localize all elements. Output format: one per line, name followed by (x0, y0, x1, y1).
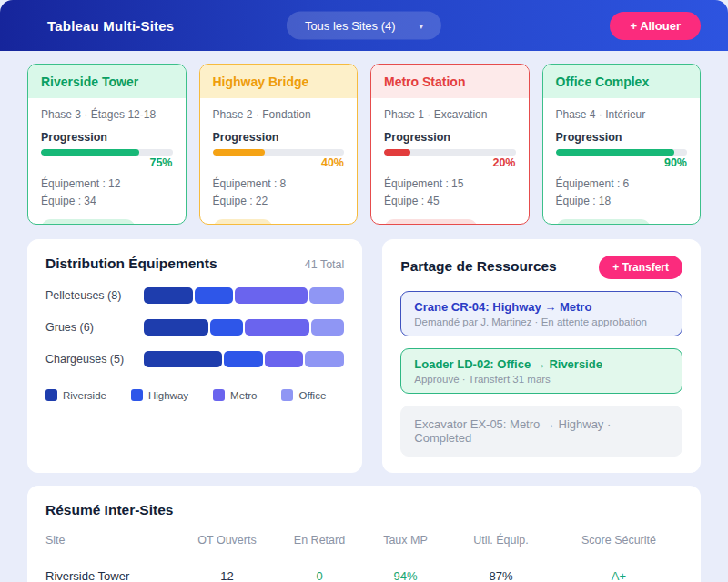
site-name: Metro Station (384, 75, 516, 89)
site-cards-row: Riverside Tower Phase 3 · Étages 12-18 P… (27, 64, 701, 225)
progress-label: Progression (41, 131, 173, 144)
site-meta: Équipement : 6 Équipe : 18 (556, 176, 688, 209)
distribution-row-label: Grues (6) (46, 321, 144, 334)
equipment-count: Équipement : 6 (556, 176, 688, 193)
resource-transfer-crane[interactable]: Crane CR-04: Highway → Metro Demandé par… (400, 291, 682, 336)
progress-percent: 75% (41, 156, 173, 169)
site-card-body: Phase 1 · Excavation Progression 20% Équ… (371, 98, 529, 225)
equipment-count: Équipement : 12 (41, 176, 173, 193)
app-title: Tableau Multi-Sites (47, 18, 174, 34)
site-card-highway-bridge[interactable]: Highway Bridge Phase 2 · Fondation Progr… (199, 64, 359, 225)
resource-transfer-excavator[interactable]: Excavator EX-05: Metro → Highway · Compl… (400, 406, 682, 457)
col-taux-mp: Taux MP (364, 522, 447, 557)
bar-segment-riverside (144, 319, 208, 336)
col-util-equip: Util. Équip. (447, 522, 555, 557)
progress-fill (41, 149, 139, 156)
site-card-body: Phase 2 · Fondation Progression 40% Équi… (200, 98, 358, 225)
equipment-count: Équipement : 15 (384, 176, 516, 193)
transfer-title: Excavator EX-05: Metro → Highway · Compl… (414, 417, 669, 445)
site-card-metro-station[interactable]: Metro Station Phase 1 · Excavation Progr… (370, 64, 530, 225)
legend-swatch (46, 389, 57, 401)
site-phase: Phase 1 · Excavation (384, 108, 516, 121)
legend-label: Office (298, 390, 326, 401)
bar-segment-metro (235, 287, 307, 304)
legend-swatch (213, 389, 225, 401)
col-en-retard: En Retard (275, 522, 364, 557)
legend-label: Riverside (63, 390, 106, 401)
stacked-bar (144, 287, 344, 304)
site-filter-dropdown[interactable]: Tous les Sites (4) ▾ (287, 12, 441, 40)
legend-swatch (131, 389, 143, 401)
stacked-bar (144, 319, 344, 336)
panel-head: Partage de Ressources + Transfert (400, 256, 682, 279)
cell-util: 87% (447, 557, 555, 582)
distribution-row-grues: Grues (6) (46, 319, 344, 336)
progress-label: Progression (384, 131, 516, 144)
site-card-riverside-tower[interactable]: Riverside Tower Phase 3 · Étages 12-18 P… (27, 64, 187, 225)
site-card-office-complex[interactable]: Office Complex Phase 4 · Intérieur Progr… (542, 64, 702, 225)
site-card-body: Phase 3 · Étages 12-18 Progression 75% É… (28, 98, 186, 225)
sharing-title: Partage de Ressources (400, 258, 556, 275)
progress-percent: 20% (384, 156, 516, 169)
summary-title: Résumé Inter-Sites (46, 502, 682, 518)
table-row-riverside[interactable]: Riverside Tower 12 0 94% 87% A+ (46, 557, 682, 582)
site-name: Highway Bridge (213, 75, 345, 89)
top-bar: Tableau Multi-Sites Tous les Sites (4) ▾… (0, 0, 728, 51)
transfer-button[interactable]: + Transfert (599, 256, 682, 279)
transfer-title: Crane CR-04: Highway → Metro (414, 300, 669, 314)
team-count: Équipe : 18 (556, 193, 688, 210)
stacked-bar (144, 351, 344, 367)
progress-percent: 40% (213, 156, 345, 169)
table-header-row: Site OT Ouverts En Retard Taux MP Util. … (46, 522, 682, 557)
progress-label: Progression (556, 131, 688, 144)
resource-sharing-panel: Partage de Ressources + Transfert Crane … (382, 239, 701, 473)
bar-segment-highway (210, 319, 243, 336)
progress-track (213, 149, 345, 156)
site-meta: Équipement : 12 Équipe : 34 (41, 176, 173, 209)
resource-transfer-loader[interactable]: Loader LD-02: Office → Riverside Approuv… (400, 348, 682, 394)
site-card-body: Phase 4 · Intérieur Progression 90% Équi… (543, 98, 701, 225)
site-card-header: Riverside Tower (28, 65, 186, 98)
col-ot-ouverts: OT Ouverts (179, 522, 275, 557)
bar-segment-office (309, 287, 345, 304)
site-phase: Phase 2 · Fondation (213, 108, 345, 121)
col-site: Site (46, 522, 179, 557)
site-card-header: Metro Station (371, 65, 529, 98)
transfer-title: Loader LD-02: Office → Riverside (414, 357, 669, 371)
site-name: Office Complex (556, 75, 688, 89)
chart-legend: Riverside Highway Metro Office (46, 389, 344, 401)
col-score-securite: Score Sécurité (555, 522, 682, 557)
cell-site: Riverside Tower (46, 557, 179, 582)
bar-segment-highway (195, 287, 234, 304)
progress-percent: 90% (556, 156, 688, 169)
progress-track (384, 149, 516, 156)
site-meta: Équipement : 15 Équipe : 45 (384, 176, 516, 209)
progress-track (41, 149, 173, 156)
cell-score: A+ (555, 557, 682, 582)
distribution-row-pelleteuses: Pelleteuses (8) (46, 287, 344, 304)
bar-segment-highway (224, 351, 263, 367)
legend-item-metro: Metro (213, 389, 257, 401)
summary-table: Site OT Ouverts En Retard Taux MP Util. … (46, 522, 682, 582)
bar-segment-office (305, 351, 344, 367)
site-meta: Équipement : 8 Équipe : 22 (213, 176, 345, 209)
equipment-distribution-panel: Distribution Équipements 41 Total Pellet… (27, 239, 362, 473)
cell-ot: 12 (179, 557, 275, 582)
distribution-total: 41 Total (305, 258, 345, 271)
cell-retard: 0 (275, 557, 364, 582)
site-phase: Phase 3 · Étages 12-18 (41, 108, 173, 121)
status-badge: En Bonne Voie (41, 219, 136, 225)
status-badge: En Bonne Voie (556, 219, 651, 225)
distribution-row-chargeuses: Chargeuses (5) (46, 351, 344, 367)
site-filter-label: Tous les Sites (4) (305, 19, 396, 33)
equipment-count: Équipement : 8 (213, 176, 345, 193)
dashboard-main: Riverside Tower Phase 3 · Étages 12-18 P… (0, 51, 728, 582)
team-count: Équipe : 34 (41, 193, 173, 210)
transfer-subtitle: Demandé par J. Martinez · En attente app… (414, 316, 669, 327)
chevron-down-icon: ▾ (420, 21, 424, 30)
legend-swatch (281, 389, 293, 401)
distribution-row-label: Chargeuses (5) (46, 353, 144, 366)
allocate-button[interactable]: + Allouer (610, 12, 701, 40)
progress-fill (384, 149, 410, 156)
legend-label: Highway (148, 390, 188, 401)
